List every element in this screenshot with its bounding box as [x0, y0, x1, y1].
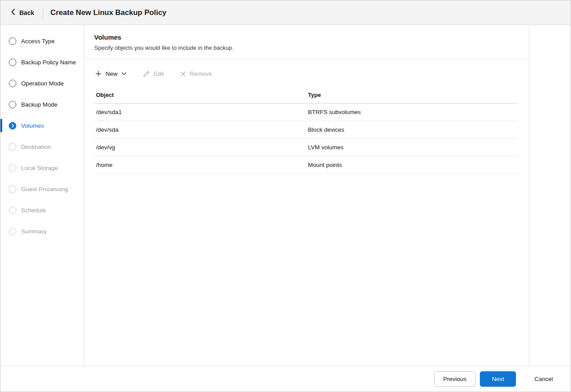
- cancel-button[interactable]: Cancel: [528, 372, 559, 386]
- step-circle-icon: [9, 143, 16, 151]
- step-circle-icon: [9, 101, 16, 108]
- step-label: Schedule: [21, 207, 46, 214]
- step-circle-icon: [9, 228, 16, 235]
- step-label: Summary: [21, 228, 47, 235]
- step-subtitle: Specify objects you would like to includ…: [94, 44, 518, 51]
- table-header: ObjectType: [94, 88, 518, 104]
- object-cell: /dev/sda: [94, 121, 306, 139]
- step-label: Backup Policy Name: [21, 59, 76, 66]
- step-label: Backup Mode: [21, 101, 58, 108]
- plus-icon: [95, 70, 102, 77]
- step-body: New Edit: [84, 59, 529, 366]
- step-circle-icon: [9, 164, 16, 172]
- object-cell: /dev/vg: [94, 139, 306, 156]
- sidebar-item-schedule: Schedule: [0, 200, 84, 221]
- sidebar-item-access-type[interactable]: Access Type: [0, 30, 84, 52]
- step-title: Volumes: [94, 33, 518, 41]
- step-label: Access Type: [21, 38, 55, 44]
- step-circle-icon: [9, 37, 16, 45]
- active-step-icon: [9, 122, 16, 129]
- step-circle-icon: [9, 207, 16, 214]
- edit-button[interactable]: Edit: [142, 69, 165, 79]
- table-row[interactable]: /dev/vgLVM volumes: [94, 139, 518, 156]
- step-circle-icon: [9, 59, 16, 66]
- type-cell: LVM volumes: [306, 139, 519, 156]
- sidebar-item-destination: Destination: [0, 136, 84, 157]
- table-row[interactable]: /dev/sdaBlock devices: [94, 121, 518, 139]
- page-title: Create New Linux Backup Policy: [50, 8, 166, 17]
- step-circle-icon: [9, 80, 16, 87]
- chevron-left-icon: [11, 9, 15, 16]
- column-header-type: Type: [306, 88, 519, 104]
- edit-button-label: Edit: [154, 70, 164, 77]
- step-header: Volumes Specify objects you would like t…: [84, 25, 529, 59]
- sidebar-item-guest-processing: Guest Processing: [0, 178, 84, 200]
- wizard-window: Back Create New Linux Backup Policy Acce…: [0, 0, 571, 392]
- volumes-table: ObjectType /dev/sda1BTRFS subvolumes/dev…: [94, 88, 518, 174]
- step-label: Operation Mode: [21, 80, 64, 87]
- sidebar-item-volumes[interactable]: Volumes: [0, 115, 84, 136]
- step-label: Guest Processing: [21, 186, 68, 192]
- body: Access TypeBackup Policy NameOperation M…: [0, 25, 571, 366]
- back-button-label: Back: [19, 9, 34, 16]
- remove-button-label: Remove: [190, 70, 212, 77]
- type-cell: BTRFS subvolumes: [306, 104, 519, 121]
- type-cell: Mount points: [306, 156, 519, 174]
- new-button[interactable]: New: [94, 69, 127, 79]
- previous-button[interactable]: Previous: [434, 371, 476, 387]
- table-row[interactable]: /dev/sda1BTRFS subvolumes: [94, 104, 518, 121]
- sidebar-item-summary: Summary: [0, 221, 84, 242]
- back-button[interactable]: Back: [8, 6, 37, 19]
- remove-button[interactable]: Remove: [180, 69, 213, 79]
- column-header-object: Object: [94, 88, 306, 104]
- sidebar-item-backup-mode[interactable]: Backup Mode: [0, 94, 84, 115]
- header: Back Create New Linux Backup Policy: [0, 0, 571, 25]
- right-gutter: [529, 25, 571, 366]
- sidebar-item-local-storage: Local Storage: [0, 157, 84, 178]
- wizard-steps-sidebar: Access TypeBackup Policy NameOperation M…: [0, 25, 84, 366]
- chevron-down-icon: [122, 72, 126, 75]
- object-cell: /dev/sda1: [94, 104, 306, 121]
- toolbar: New Edit: [94, 69, 518, 79]
- table-row[interactable]: /homeMount points: [94, 156, 518, 174]
- step-label: Local Storage: [21, 165, 58, 171]
- pencil-icon: [143, 70, 150, 77]
- next-button[interactable]: Next: [480, 371, 516, 387]
- sidebar-item-operation-mode[interactable]: Operation Mode: [0, 73, 84, 94]
- header-divider: [43, 7, 43, 18]
- step-label: Volumes: [21, 122, 44, 129]
- type-cell: Block devices: [306, 121, 519, 139]
- step-label: Destination: [21, 144, 51, 150]
- x-icon: [181, 71, 186, 77]
- main-content: Volumes Specify objects you would like t…: [84, 25, 529, 366]
- object-cell: /home: [94, 156, 306, 174]
- step-circle-icon: [9, 185, 16, 193]
- sidebar-item-backup-policy-name[interactable]: Backup Policy Name: [0, 52, 84, 73]
- footer: Previous Next Cancel: [0, 366, 571, 392]
- new-button-label: New: [106, 70, 118, 77]
